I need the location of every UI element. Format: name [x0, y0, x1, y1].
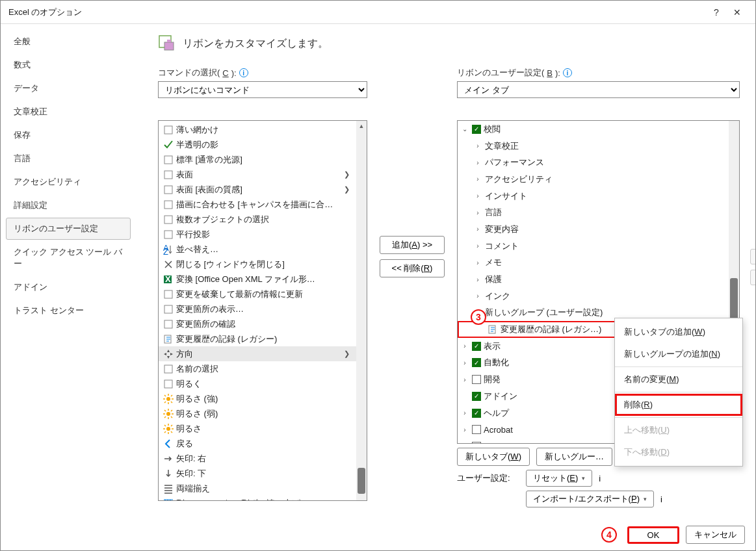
ribbon-tabs-combo[interactable]: メイン タブ [457, 81, 740, 98]
info-icon[interactable]: i [599, 474, 601, 483]
menu-item-delete[interactable]: 削除(R) [615, 394, 742, 416]
chevron-right-icon[interactable]: › [473, 242, 482, 250]
chevron-right-icon[interactable]: › [473, 159, 482, 166]
command-item[interactable]: 戻る [159, 436, 367, 451]
command-item[interactable]: 明るく [159, 376, 367, 391]
new-tab-button[interactable]: 新しいタブ(W) [457, 448, 530, 466]
command-item[interactable]: 矢印: 下 [159, 466, 367, 481]
command-item[interactable]: 閉じる [ウィンドウを閉じる] [159, 257, 367, 272]
tree-node[interactable]: ⌄✓校閲 [458, 121, 739, 138]
command-item[interactable]: 表面❯ [159, 167, 367, 182]
info-icon[interactable]: i [563, 68, 572, 77]
sidebar-item-customize-ribbon[interactable]: リボンのユーザー設定 [6, 218, 131, 240]
chevron-right-icon[interactable]: › [473, 175, 482, 183]
chevron-right-icon[interactable]: › [473, 259, 482, 266]
help-icon[interactable]: ? [706, 7, 727, 18]
sidebar-item-language[interactable]: 言語 [6, 147, 131, 170]
command-item[interactable]: 明るさ (弱) [159, 406, 367, 421]
tree-node[interactable]: ›インク [458, 288, 739, 305]
close-icon[interactable]: ✕ [727, 7, 748, 18]
command-item[interactable]: 標準 [通常の光源] [159, 152, 367, 167]
command-item[interactable]: X変換 [Office Open XML ファイル形… [159, 272, 367, 287]
tree-node[interactable]: ›メモ [458, 255, 739, 272]
chevron-right-icon[interactable]: › [473, 225, 482, 233]
import-export-button[interactable]: インポート/エクスポート(P)▾ [526, 491, 654, 507]
remove-button[interactable]: << 削除(R) [380, 259, 445, 277]
commands-listbox[interactable]: 薄い網かけ半透明の影標準 [通常の光源]表面❯表面 [表面の質感]❯描画に合わせ… [158, 120, 367, 501]
command-item[interactable]: 表面 [表面の質感]❯ [159, 182, 367, 197]
checkbox[interactable]: ✓ [472, 392, 481, 401]
chevron-right-icon[interactable]: › [473, 142, 482, 149]
chevron-down-icon[interactable]: ⌄ [460, 125, 469, 133]
chevron-right-icon[interactable]: › [460, 359, 469, 366]
tree-node[interactable]: ›言語 [458, 204, 739, 221]
tree-node[interactable]: ›保護 [458, 271, 739, 288]
chevron-right-icon[interactable]: › [460, 342, 469, 350]
move-up-button[interactable]: ▲ [750, 249, 756, 264]
menu-item-add-tab[interactable]: 新しいタブの追加(W) [615, 321, 742, 343]
chevron-right-icon[interactable]: › [473, 192, 482, 199]
scroll-thumb[interactable] [358, 468, 365, 494]
menu-item-rename[interactable]: 名前の変更(M) [615, 368, 742, 391]
info-icon[interactable]: i [660, 494, 662, 504]
sidebar-item-trust-center[interactable]: トラスト センター [6, 300, 131, 322]
chevron-right-icon[interactable]: › [460, 442, 469, 444]
cancel-button[interactable]: キャンセル [686, 526, 745, 544]
checkbox[interactable]: ✓ [472, 125, 481, 134]
command-item[interactable]: 名前の選択 [159, 361, 367, 376]
checkbox[interactable] [472, 442, 481, 444]
checkbox[interactable] [472, 375, 481, 384]
sidebar-item-save[interactable]: 保存 [6, 124, 131, 146]
info-icon[interactable]: i [239, 68, 248, 77]
checkbox[interactable]: ✓ [472, 342, 481, 351]
chevron-right-icon[interactable]: › [473, 276, 482, 283]
tree-node[interactable]: ›コメント [458, 238, 739, 255]
command-item[interactable]: 変更を破棄して最新の情報に更新 [159, 287, 367, 301]
sidebar-item-proofing[interactable]: 文章校正 [6, 101, 131, 123]
command-item[interactable]: 半透明の影 [159, 137, 367, 152]
tree-node[interactable]: ›変更内容 [458, 221, 739, 238]
menu-item-add-group[interactable]: 新しいグループの追加(N) [615, 343, 742, 365]
tree-node[interactable]: ›アクセシビリティ [458, 171, 739, 188]
command-item[interactable]: 変更履歴の記録 (レガシー) [159, 331, 367, 346]
scrollbar[interactable]: ▲ [356, 121, 367, 500]
command-item[interactable]: 列ごと [セルを 1 列ずつ読み上げ] [159, 496, 367, 501]
command-item[interactable]: 変更箇所の表示… [159, 301, 367, 316]
sidebar-item-data[interactable]: データ [6, 77, 131, 99]
sidebar-item-qat[interactable]: クイック アクセス ツール バー [6, 241, 131, 275]
command-item[interactable]: 描画に合わせる [キャンパスを描画に合… [159, 197, 367, 212]
sidebar-item-addins[interactable]: アドイン [6, 276, 131, 298]
sidebar-item-formulas[interactable]: 数式 [6, 54, 131, 76]
sidebar-item-advanced[interactable]: 詳細設定 [6, 194, 131, 216]
checkbox[interactable]: ✓ [472, 409, 481, 418]
reset-button[interactable]: リセット(E)▾ [526, 470, 592, 487]
tree-node[interactable]: ›文章校正 [458, 138, 739, 155]
tree-node[interactable]: ›パフォーマンス [458, 154, 739, 171]
new-group-button[interactable]: 新しいグルー… [536, 448, 612, 466]
command-item[interactable]: 平行投影 [159, 227, 367, 242]
command-item[interactable]: 両端揃え [159, 481, 367, 496]
chevron-right-icon[interactable]: › [460, 409, 469, 416]
commands-from-combo[interactable]: リボンにないコマンド [158, 81, 367, 98]
command-item[interactable]: 方向❯ [159, 346, 367, 361]
command-item[interactable]: AZ並べ替え… [159, 242, 367, 257]
checkbox[interactable] [472, 425, 481, 434]
command-item[interactable]: 矢印: 右 [159, 451, 367, 466]
command-item[interactable]: 複数オブジェクトの選択 [159, 212, 367, 227]
chevron-right-icon[interactable]: › [473, 209, 482, 216]
command-item[interactable]: 変更箇所の確認 [159, 316, 367, 331]
chevron-right-icon[interactable]: › [460, 426, 469, 433]
command-item[interactable]: 明るさ [159, 421, 367, 436]
sidebar-item-accessibility[interactable]: アクセシビリティ [6, 171, 131, 193]
command-item[interactable]: 薄い網かけ [159, 122, 367, 137]
ok-button[interactable]: OK [627, 526, 679, 544]
add-button[interactable]: 追加(A) >> [380, 236, 445, 254]
checkbox[interactable]: ✓ [472, 358, 481, 367]
move-down-button[interactable]: ▼ [750, 270, 756, 285]
scroll-up-icon[interactable]: ▲ [356, 121, 367, 131]
chevron-right-icon[interactable]: › [473, 292, 482, 300]
tree-node[interactable]: ›インサイト [458, 188, 739, 205]
command-item[interactable]: 明るさ (強) [159, 391, 367, 406]
sidebar-item-general[interactable]: 全般 [6, 31, 131, 53]
chevron-right-icon[interactable]: › [460, 376, 469, 383]
